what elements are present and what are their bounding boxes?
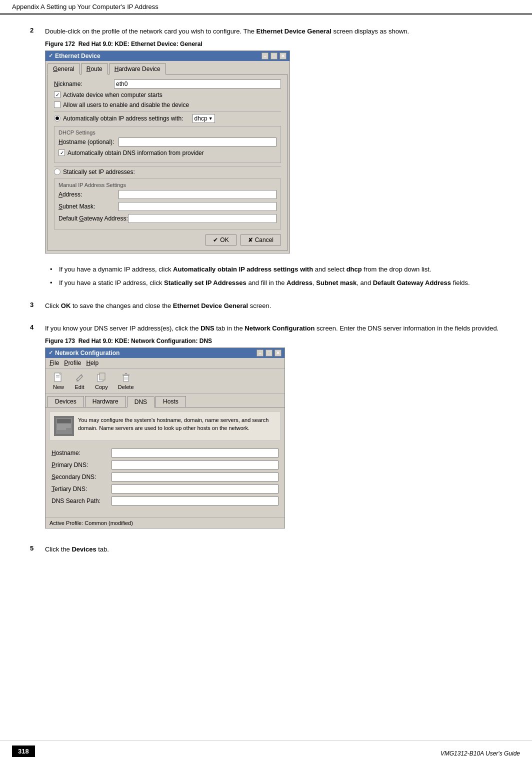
netconfig-status-bar: Active Profile: Common (modified) xyxy=(46,518,284,528)
step-2-number: 2 xyxy=(30,26,45,292)
delete-icon xyxy=(120,372,132,383)
subnet-input[interactable] xyxy=(118,202,276,211)
svg-rect-14 xyxy=(57,419,71,423)
bullet-2: • If you have a static IP address, click… xyxy=(50,278,502,288)
edit-button-label: Edit xyxy=(75,384,84,390)
step-3-block: 3 Click OK to save the changes and close… xyxy=(30,301,502,315)
netconfig-tabs: Devices Hardware DNS Hosts xyxy=(46,394,284,408)
dropdown-arrow-icon: ▼ xyxy=(208,116,213,121)
primary-dns-input[interactable] xyxy=(112,460,278,470)
tab-hardware-device[interactable]: Hardware Device xyxy=(109,64,166,74)
auto-dns-checkbox[interactable] xyxy=(58,150,65,156)
netconfig-check-icon: ✓ xyxy=(48,350,53,356)
hostname-optional-label: Hostname (optional): xyxy=(58,138,118,146)
svg-rect-17 xyxy=(57,428,66,430)
svg-rect-8 xyxy=(124,376,128,382)
subnet-label: Subnet Mask: xyxy=(58,203,118,210)
maximize-button[interactable]: □ xyxy=(270,52,278,60)
network-info-icon xyxy=(54,416,74,436)
step-2-intro: Double-click on the profile of the netwo… xyxy=(45,26,502,36)
ethernet-window-content: Nickname: Activate device when computer … xyxy=(48,74,288,251)
toolbar-new-button[interactable]: New xyxy=(48,370,68,392)
dns-search-path-label: DNS Search Path: xyxy=(52,498,112,504)
copy-button-label: Copy xyxy=(95,384,108,390)
tertiary-dns-label: Tertiary DNS: xyxy=(52,486,112,492)
close-button[interactable]: ✕ xyxy=(280,52,286,60)
step-5-content: Click the Devices tab. xyxy=(45,544,502,558)
allow-users-checkbox[interactable] xyxy=(54,102,60,108)
netconfig-info-text: You may configure the system's hostname,… xyxy=(78,416,276,436)
dns-hostname-row: Hostname: xyxy=(52,448,278,458)
ethernet-window-tabs: General Route Hardware Device xyxy=(46,61,290,74)
menu-profile[interactable]: Profile xyxy=(64,360,81,366)
hostname-optional-input[interactable] xyxy=(118,138,276,146)
auto-ip-row: Automatically obtain IP address settings… xyxy=(54,114,281,123)
toolbar-delete-button[interactable]: Delete xyxy=(114,370,138,392)
activate-device-row: Activate device when computer starts xyxy=(54,92,281,98)
auto-dns-label: Automatically obtain DNS information fro… xyxy=(68,150,204,156)
secondary-dns-row: Secondary DNS: xyxy=(52,472,278,482)
checkmark-icon: ✓ xyxy=(48,52,53,59)
dhcp-value: dhcp xyxy=(194,115,208,122)
address-input[interactable] xyxy=(118,190,276,199)
nickname-input[interactable] xyxy=(114,80,281,88)
netconfig-titlebar: ✓ Network Configuration – □ ✕ xyxy=(46,348,284,358)
step-4-text: If you know your DNS server IP address(e… xyxy=(45,324,502,334)
ethernet-button-row: ✔ OK ✘ Cancel xyxy=(54,234,281,246)
gateway-label: Default Gateway Address: xyxy=(58,215,128,222)
tab-general[interactable]: General xyxy=(48,64,80,74)
page-header: Appendix A Setting up Your Computer's IP… xyxy=(0,0,532,14)
tab-route[interactable]: Route xyxy=(81,64,108,74)
gateway-input[interactable] xyxy=(128,214,276,223)
secondary-dns-input[interactable] xyxy=(112,472,278,482)
dns-hostname-input[interactable] xyxy=(112,448,278,458)
toolbar-copy-button[interactable]: Copy xyxy=(90,370,112,392)
tab-hardware[interactable]: Hardware xyxy=(85,396,126,407)
svg-rect-15 xyxy=(57,424,71,426)
header-title: Appendix A Setting up Your Computer's IP… xyxy=(12,3,158,10)
toolbar-edit-button[interactable]: Edit xyxy=(70,370,90,392)
tertiary-dns-input[interactable] xyxy=(112,484,278,494)
step-2-block: 2 Double-click on the profile of the net… xyxy=(30,26,502,292)
ok-button[interactable]: ✔ OK xyxy=(206,234,236,246)
tab-dns[interactable]: DNS xyxy=(127,396,154,408)
step-3-text: Click OK to save the changes and close t… xyxy=(45,301,502,311)
address-label: Address: xyxy=(58,191,118,198)
tab-devices[interactable]: Devices xyxy=(48,396,84,407)
tab-hosts[interactable]: Hosts xyxy=(156,396,186,407)
menu-help[interactable]: Help xyxy=(86,360,98,366)
new-icon xyxy=(53,372,64,383)
auto-dns-row: Automatically obtain DNS information fro… xyxy=(58,150,276,156)
activate-device-checkbox[interactable] xyxy=(54,92,60,98)
subnet-row: Subnet Mask: xyxy=(58,202,276,211)
step-5-number: 5 xyxy=(30,544,45,558)
netconfig-info-box: You may configure the system's hostname,… xyxy=(50,412,280,440)
netconfig-maximize-button[interactable]: □ xyxy=(266,350,272,356)
ethernet-window-title: Ethernet Device xyxy=(55,52,100,60)
menu-file[interactable]: File xyxy=(50,360,59,366)
allow-users-label: Allow all users to enable and disable th… xyxy=(63,102,189,108)
step-3-number: 3 xyxy=(30,301,45,315)
ethernet-device-window: ✓ Ethernet Device – □ ✕ General Route Ha… xyxy=(45,50,290,254)
netconfig-close-button[interactable]: ✕ xyxy=(274,350,282,356)
static-ip-radio[interactable] xyxy=(54,168,60,175)
svg-rect-16 xyxy=(57,426,71,428)
activate-device-label: Activate device when computer starts xyxy=(63,92,162,98)
bullet-1-dot: • xyxy=(50,264,56,274)
step-4-block: 4 If you know your DNS server IP address… xyxy=(30,324,502,536)
page-body: 2 Double-click on the profile of the net… xyxy=(0,14,532,579)
step-2-bullets: • If you have a dynamic IP address, clic… xyxy=(45,264,502,288)
dhcp-section-title: DHCP Settings xyxy=(58,130,276,136)
static-ip-row: Statically set IP addresses: xyxy=(54,168,281,176)
window-controls: – □ ✕ xyxy=(262,52,286,60)
cancel-button[interactable]: ✘ Cancel xyxy=(240,234,281,246)
netconfig-window-controls: – □ ✕ xyxy=(256,350,282,356)
netconfig-minimize-button[interactable]: – xyxy=(256,350,264,356)
auto-ip-radio[interactable] xyxy=(54,115,60,122)
dhcp-dropdown[interactable]: dhcp ▼ xyxy=(192,114,215,123)
dhcp-settings-section: DHCP Settings Hostname (optional): Autom… xyxy=(54,126,281,163)
dns-search-path-input[interactable] xyxy=(112,496,278,506)
hostname-row: Hostname (optional): xyxy=(58,138,276,146)
primary-dns-row: Primary DNS: xyxy=(52,460,278,470)
minimize-button[interactable]: – xyxy=(262,52,268,60)
